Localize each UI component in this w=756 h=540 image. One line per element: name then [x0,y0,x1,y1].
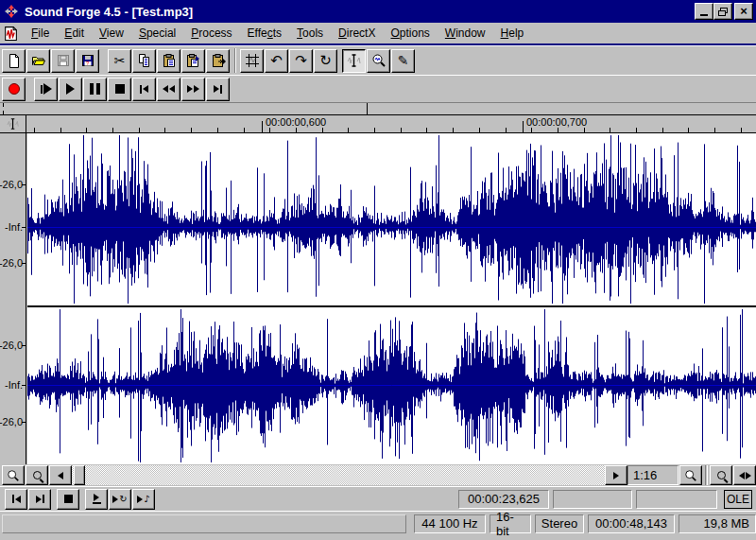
status-free-space: 19,8 MB [679,514,756,533]
menu-item-special[interactable]: Special [132,24,182,43]
menu-item-options[interactable]: Options [384,24,436,43]
zoom-ratio-display[interactable]: 1:16 [627,465,679,485]
app-icon[interactable] [4,4,19,19]
forward-button[interactable] [181,78,205,101]
zoom-normal-button[interactable] [679,465,702,485]
open-button[interactable] [26,49,50,73]
toolbar-separator [705,465,708,485]
go-to-end-button[interactable] [206,78,230,101]
playbar-play-normal-button[interactable] [85,489,108,510]
new-file-icon [7,53,22,68]
db-label: -26,0 [0,179,23,190]
menu-item-edit[interactable]: Edit [58,24,91,43]
zoom-horizontal-button[interactable] [733,465,756,485]
magnify-tool-button[interactable] [367,49,390,73]
sound-forge-window: Sound Forge 4.5 - [Test.mp3] × File Edit… [0,0,756,540]
edit-tool-selector[interactable] [0,115,26,132]
go-to-start-icon [140,85,148,94]
rewind-button[interactable] [157,78,180,101]
magnifier-icon [33,471,42,479]
repeat-icon: ↻ [319,54,332,68]
go-to-end-icon [214,85,222,94]
menu-item-directx[interactable]: DirectX [332,24,382,43]
status-bar: 44 100 Hz 16-bit Stereo 00:00:48,143 19,… [0,511,756,535]
level-ruler-gutter[interactable]: -26,0 -Inf. -26,0 -26,0 -Inf. -26,0 [0,133,26,464]
playbar-stop-button[interactable] [57,489,79,510]
window-title: Sound Forge 4.5 - [Test.mp3] [25,5,193,19]
repeat-button[interactable]: ↻ [314,49,337,73]
pause-button[interactable] [83,78,107,101]
zoom-in-button[interactable] [26,465,48,485]
restore-icon [718,8,728,16]
db-label: -Inf. [5,221,23,233]
stop-icon [64,495,73,503]
cut-button[interactable]: ✂ [108,49,131,73]
overview-range-end-mark [3,111,4,114]
playbar-go-start-button[interactable] [5,489,27,510]
new-button[interactable] [2,49,26,73]
redo-icon: ↷ [295,54,307,68]
play-button[interactable] [59,78,82,101]
trim-button[interactable] [240,49,264,73]
status-file-length: 00:00:48,143 [588,514,675,533]
pencil-tool-button[interactable]: ✎ [391,49,415,73]
record-button[interactable] [2,78,26,101]
playbar-go-end-button[interactable] [28,489,51,510]
menu-item-view[interactable]: View [93,24,130,43]
horizontal-scrollbar-track[interactable] [72,465,605,485]
scroll-left-button[interactable] [49,465,72,485]
menu-item-process[interactable]: Process [184,24,238,43]
close-button[interactable]: × [734,3,753,20]
play-all-button[interactable] [34,78,58,101]
forward-icon [187,85,199,93]
go-to-start-icon [12,495,21,503]
playbar-play-plugins-button[interactable]: ↻ [109,489,131,510]
save-as-button[interactable] [76,49,99,73]
zoom-out-button[interactable] [2,465,25,485]
play-plugins-icon: ↻ [112,495,127,504]
overview-bar[interactable] [0,103,756,115]
copy-icon [137,53,152,68]
paste-icon [162,53,177,68]
paste-special-button[interactable] [181,49,205,73]
overview-position-marker[interactable] [367,103,368,114]
status-channel-mode: Stereo [535,514,584,533]
playbar-row: ↻ ♪ 00:00:23,625 OLE [0,486,756,511]
ole-drag-source[interactable]: OLE [724,490,752,509]
ruler-minor-ticks[interactable] [27,128,756,132]
restore-button[interactable] [713,3,732,20]
arrow-right-icon [613,472,619,479]
ruler-major-tick [262,121,263,132]
menu-item-tools[interactable]: Tools [290,24,330,43]
ruler-time-label: 00:00:00,600 [266,116,326,128]
redo-button[interactable]: ↷ [289,49,313,73]
playbar-empty-panel [636,490,717,509]
scrollbar-thumb[interactable] [74,465,85,485]
zoom-selection-button[interactable] [710,465,732,485]
menu-item-effects[interactable]: Effects [241,24,288,43]
ruler-time-label: 00:00:00,700 [526,116,587,128]
save-button[interactable] [51,49,75,73]
menu-item-help[interactable]: Help [494,24,531,43]
minimize-button[interactable] [695,3,713,20]
edit-tool-button[interactable] [342,49,366,73]
paste-to-new-button[interactable] [206,49,230,73]
document-icon[interactable] [3,26,19,42]
menu-item-window[interactable]: Window [438,24,492,43]
status-bit-depth: 16-bit [490,514,531,533]
undo-button[interactable]: ↶ [265,49,288,73]
title-bar[interactable]: Sound Forge 4.5 - [Test.mp3] × [0,0,756,23]
rewind-icon [163,85,175,93]
magnifier-icon [717,471,726,479]
waveform-display[interactable] [27,133,756,464]
scroll-right-button[interactable] [605,465,627,485]
waveform-left-channel[interactable] [27,133,756,305]
go-to-start-button[interactable] [132,78,156,101]
edit-tool-icon [347,53,362,68]
playbar-play-device-button[interactable]: ♪ [132,489,155,510]
paste-button[interactable] [157,49,180,73]
menu-item-file[interactable]: File [25,24,56,43]
waveform-right-channel[interactable] [27,307,756,464]
copy-button[interactable] [132,49,156,73]
stop-button[interactable] [108,78,131,101]
